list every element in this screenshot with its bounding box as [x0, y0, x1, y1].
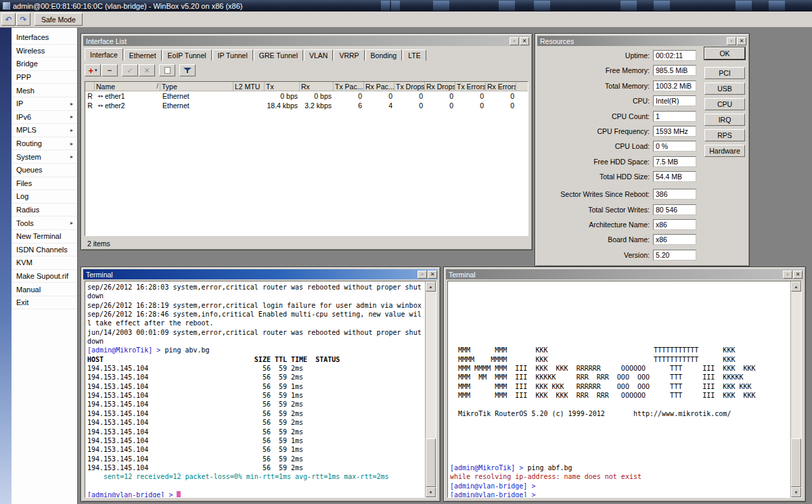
scrollbar-thumb[interactable] [791, 438, 801, 487]
sidebar-item-ipv6[interactable]: IPv6▸ [12, 111, 77, 124]
field-value[interactable]: 7.5 MB [653, 156, 696, 167]
redo-button[interactable]: ↷ [16, 13, 30, 26]
tab-ethernet[interactable]: Ethernet [124, 49, 162, 61]
filter-button[interactable] [179, 64, 196, 76]
rps-button[interactable]: RPS [704, 129, 745, 141]
resources-titlebar[interactable]: Resources ▫ ✕ [537, 36, 747, 46]
column-header-rx-pac[interactable]: Rx Pac... [364, 82, 394, 91]
terminal2-screen[interactable]: MMM MMM KKK TTTTTTTTTTT KKK MMMM MMMM KK… [447, 281, 802, 498]
remove-button[interactable]: − [102, 64, 118, 76]
sidebar-item-routing[interactable]: Routing▸ [12, 137, 77, 151]
field-value[interactable]: x86 [653, 234, 696, 245]
sidebar-item-new-terminal[interactable]: New Terminal [12, 230, 77, 244]
terminal2-scrollbar[interactable]: ▲ ▼ [790, 281, 801, 497]
field-value[interactable]: 985.5 MiB [653, 65, 696, 76]
field-value[interactable]: 386 [653, 189, 696, 200]
sidebar-item-files[interactable]: Files [12, 177, 77, 191]
table-row[interactable]: R◄►ether1Ethernet0 bps0 bps000000 [85, 91, 528, 101]
interface-list-titlebar[interactable]: Interface List ▫ ✕ [83, 36, 530, 46]
table-row[interactable]: R◄►ether2Ethernet18.4 kbps3.2 kbps640000 [85, 101, 528, 110]
close-button[interactable]: ✕ [520, 37, 529, 45]
column-header-rx-drops[interactable]: Rx Drops [425, 82, 455, 91]
enable-button[interactable]: ✓ [122, 64, 138, 76]
field-value[interactable]: 80 546 [653, 204, 696, 215]
field-value[interactable]: 1003.2 MiB [653, 81, 696, 91]
field-value[interactable]: x86 [653, 219, 696, 230]
sidebar-item-log[interactable]: Log [12, 190, 77, 204]
sidebar-item-mesh[interactable]: Mesh [12, 84, 77, 97]
column-header-flags[interactable] [85, 82, 95, 91]
sidebar-item-system[interactable]: System▸ [12, 150, 77, 164]
add-button[interactable]: +▾ [85, 64, 101, 76]
terminal2-titlebar[interactable]: Terminal ▫ ✕ [446, 269, 803, 279]
sidebar-item-exit[interactable]: Exit [12, 296, 77, 310]
column-header-rx[interactable]: Rx [300, 82, 334, 91]
sidebar-item-mpls[interactable]: MPLS▸ [12, 124, 77, 137]
sidebar-item-manual[interactable]: Manual [12, 283, 77, 296]
scroll-up-button[interactable]: ▲ [791, 281, 801, 292]
sidebar-item-bridge[interactable]: Bridge [12, 58, 77, 71]
field-value[interactable]: 0 % [653, 141, 696, 152]
column-header-label: Rx Errors [487, 83, 516, 91]
sidebar-item-queues[interactable]: Queues [12, 164, 77, 177]
column-header-tx-errors[interactable]: Tx Errors [455, 82, 486, 91]
column-header-l2-mtu[interactable]: L2 MTU [233, 82, 265, 91]
restore-button[interactable]: ▫ [418, 271, 427, 279]
terminal1-screen[interactable]: sep/26/2012 16:28:03 system,error,critic… [85, 281, 436, 498]
field-value[interactable]: 54.4 MB [653, 171, 696, 182]
irq-button[interactable]: IRQ [704, 114, 745, 126]
sidebar-item-isdn-channels[interactable]: ISDN Channels [12, 244, 77, 257]
hardware-button[interactable]: Hardware [704, 145, 745, 157]
sidebar-item-tools[interactable]: Tools▸ [12, 216, 77, 230]
sidebar-item-kvm[interactable]: KVM [12, 256, 77, 270]
sidebar-item-interfaces[interactable]: Interfaces [12, 31, 77, 45]
terminal-line [450, 283, 788, 292]
column-header-tx-pac[interactable]: Tx Pac... [334, 82, 364, 91]
close-button[interactable]: ✕ [737, 37, 746, 45]
field-value[interactable]: 00:02:11 [653, 50, 696, 61]
ok-button[interactable]: OK [704, 47, 745, 60]
sidebar-item-wireless[interactable]: Wireless [12, 45, 77, 58]
field-value[interactable]: 1 [653, 111, 696, 122]
usb-button[interactable]: USB [704, 83, 745, 95]
restore-button[interactable]: ▫ [510, 37, 519, 45]
field-value[interactable]: 1593 MHz [653, 126, 696, 137]
scroll-down-button[interactable]: ▼ [426, 487, 436, 497]
column-header-name[interactable]: Name/ [95, 82, 160, 91]
sidebar-item-ppp[interactable]: PPP [12, 71, 77, 85]
cpu-button[interactable]: CPU [704, 98, 745, 110]
column-header-rx-errors[interactable]: Rx Errors [486, 82, 516, 91]
pci-button[interactable]: PCI [704, 67, 745, 79]
column-header-tx-drops[interactable]: Tx Drops [394, 82, 425, 91]
restore-button[interactable]: ▫ [783, 271, 792, 279]
sidebar-item-radius[interactable]: Radius [12, 204, 77, 217]
close-button[interactable]: ✕ [428, 271, 437, 279]
column-header-tx[interactable]: Tx [265, 82, 300, 91]
restore-button[interactable]: ▫ [727, 37, 736, 45]
sidebar-item-ip[interactable]: IP▸ [12, 97, 77, 111]
scrollbar-thumb[interactable] [426, 438, 436, 487]
tab-eoip-tunnel[interactable]: EoIP Tunnel [162, 49, 212, 61]
window-titlebar[interactable]: admin@00:E0:81:60:16:0C (vlan-bridge) - … [0, 0, 812, 12]
field-value[interactable]: Intel(R) [653, 95, 696, 106]
sidebar-item-make-supout-rif[interactable]: Make Supout.rif [12, 270, 77, 283]
tab-interface[interactable]: Interface [85, 48, 123, 61]
window-title: Interface List [86, 37, 127, 45]
comment-button[interactable] [159, 64, 175, 76]
field-value[interactable]: 5.20 [653, 250, 696, 260]
terminal1-scrollbar[interactable]: ▲ ▼ [425, 281, 436, 497]
tab-gre-tunnel[interactable]: GRE Tunnel [254, 49, 303, 61]
terminal1-titlebar[interactable]: Terminal ▫ ✕ [83, 269, 438, 279]
tab-lte[interactable]: LTE [403, 49, 426, 61]
tab-vrrp[interactable]: VRRP [334, 49, 364, 61]
tab-bonding[interactable]: Bonding [365, 49, 403, 61]
tab-vlan[interactable]: VLAN [304, 49, 333, 61]
scroll-down-button[interactable]: ▼ [791, 487, 801, 497]
disable-button[interactable]: ✕ [139, 64, 155, 76]
close-button[interactable]: ✕ [793, 271, 803, 279]
column-header-type[interactable]: Type [160, 82, 233, 91]
undo-button[interactable]: ↶ [1, 13, 16, 26]
tab-ip-tunnel[interactable]: IP Tunnel [212, 49, 253, 61]
safe-mode-button[interactable]: Safe Mode [35, 13, 83, 26]
scroll-up-button[interactable]: ▲ [426, 281, 436, 292]
